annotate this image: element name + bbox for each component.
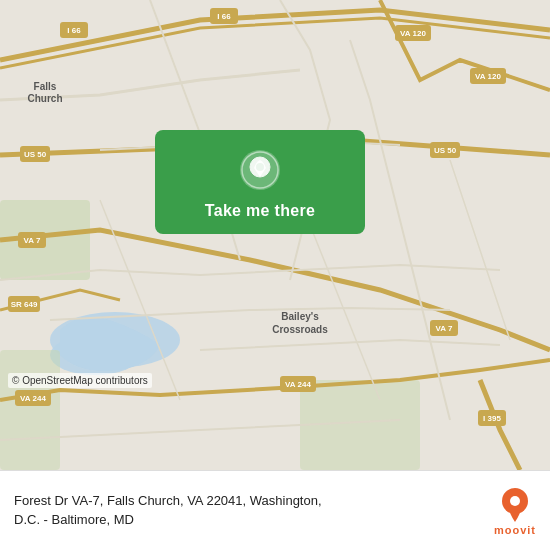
svg-point-39 xyxy=(510,496,520,506)
moovit-icon xyxy=(497,486,533,522)
svg-text:VA 7: VA 7 xyxy=(436,324,453,333)
popup-overlay[interactable]: Take me there xyxy=(155,130,365,234)
svg-text:VA 244: VA 244 xyxy=(20,394,46,403)
svg-text:VA 120: VA 120 xyxy=(400,29,426,38)
svg-text:Crossroads: Crossroads xyxy=(272,324,328,335)
svg-text:I 66: I 66 xyxy=(67,26,81,35)
moovit-logo: moovit xyxy=(494,486,536,536)
location-pin-icon xyxy=(238,148,282,192)
svg-text:US 50: US 50 xyxy=(434,146,457,155)
osm-attribution: © OpenStreetMap contributors xyxy=(8,373,152,388)
svg-text:Falls: Falls xyxy=(34,81,57,92)
svg-text:I 395: I 395 xyxy=(483,414,501,423)
address-block: Forest Dr VA-7, Falls Church, VA 22041, … xyxy=(14,492,480,528)
take-me-there-button[interactable]: Take me there xyxy=(205,202,315,220)
svg-text:US 50: US 50 xyxy=(24,150,47,159)
svg-text:Church: Church xyxy=(28,93,63,104)
svg-text:Bailey's: Bailey's xyxy=(281,311,319,322)
map-container: I 66 I 66 VA 120 VA 120 US 50 US 50 VA 7… xyxy=(0,0,550,470)
svg-text:I 66: I 66 xyxy=(217,12,231,21)
map-svg: I 66 I 66 VA 120 VA 120 US 50 US 50 VA 7… xyxy=(0,0,550,470)
svg-text:SR 649: SR 649 xyxy=(11,300,38,309)
moovit-label: moovit xyxy=(494,524,536,536)
svg-text:VA 120: VA 120 xyxy=(475,72,501,81)
svg-rect-5 xyxy=(0,350,60,470)
svg-text:VA 244: VA 244 xyxy=(285,380,311,389)
address-text: Forest Dr VA-7, Falls Church, VA 22041, … xyxy=(14,492,480,528)
svg-text:VA 7: VA 7 xyxy=(24,236,41,245)
osm-text: © OpenStreetMap contributors xyxy=(12,375,148,386)
bottom-bar: Forest Dr VA-7, Falls Church, VA 22041, … xyxy=(0,470,550,550)
